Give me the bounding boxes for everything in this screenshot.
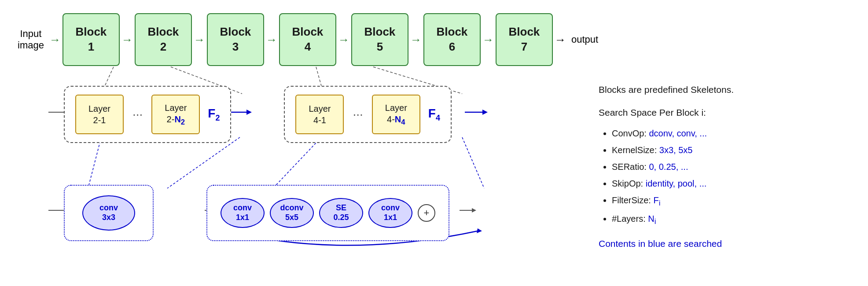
kernelsize-label: KernelSize: — [612, 145, 657, 155]
arrow-1: → — [121, 34, 133, 45]
list-item-kernelsize: KernelSize: 3x3, 5x5 — [612, 142, 854, 158]
middle-section: Layer 2-1 ··· Layer 2-N2 F2 Layer 4-1 ··… — [42, 86, 452, 143]
dots-left: ··· — [132, 107, 143, 121]
block-1: Block 1 — [63, 13, 120, 66]
svg-marker-19 — [482, 110, 488, 115]
nlayers-value: Ni — [648, 214, 656, 224]
block-4: Block 4 — [279, 13, 336, 66]
convop-label: ConvOp: — [612, 128, 647, 138]
block-2: Block 2 — [135, 13, 192, 66]
arrow-2: → — [194, 34, 205, 45]
block-6: Block 6 — [423, 13, 481, 66]
expansion-right: Layer 4-1 ··· Layer 4-N4 F4 — [284, 86, 451, 143]
nlayers-label: #Layers: — [612, 214, 646, 224]
layer-2-1: Layer 2-1 — [75, 95, 124, 134]
skipop-value: identity, pool, ... — [646, 179, 707, 188]
filtersize-value: Fi — [653, 195, 660, 205]
conv-3x3-node: conv 3x3 — [82, 195, 135, 231]
top-row: Input image → Block 1 → Block 2 → Block … — [18, 13, 598, 66]
convop-value: dconv, conv, ... — [649, 128, 707, 138]
svg-line-21 — [167, 137, 240, 188]
arrow-6: → — [482, 34, 494, 45]
input-label: Input image — [18, 28, 44, 51]
arrow-5: → — [410, 34, 422, 45]
block-7: Block 7 — [496, 13, 553, 66]
skipop-label: SkipOp: — [612, 179, 643, 188]
list-item-nlayers: #Layers: Ni — [612, 211, 854, 228]
dconv-5x5-node: dconv 5x5 — [270, 198, 314, 228]
conv-1x1-node-1: conv 1x1 — [221, 198, 265, 228]
bottom-right-box: conv 1x1 dconv 5x5 SE 0.25 conv 1x1 + — [206, 185, 449, 241]
layer-4-n4: Layer 4-N4 — [372, 95, 420, 134]
conv-1x1-node-2: conv 1x1 — [368, 198, 412, 228]
svg-marker-38 — [477, 228, 482, 233]
svg-line-20 — [88, 137, 101, 188]
svg-line-22 — [273, 137, 321, 188]
list-item-filtersize: FilterSize: Fi — [612, 192, 854, 210]
se-025-node: SE 0.25 — [319, 198, 363, 228]
blocks-title: Blocks are predefined Skeletons. — [599, 81, 854, 98]
right-panel: Blocks are predefined Skeletons. Search … — [599, 81, 854, 252]
output-label: output — [571, 34, 598, 45]
list-item-skipop: SkipOp: identity, pool, ... — [612, 176, 854, 191]
kernelsize-value: 3x3, 5x5 — [659, 145, 693, 155]
filtersize-label: FilterSize: — [612, 195, 651, 205]
list-item-convop: ConvOp: dconv, conv, ... — [612, 125, 854, 141]
seratio-value: 0, 0.25, ... — [649, 162, 688, 172]
bottom-left-box: conv 3x3 — [64, 185, 154, 241]
layer-2-n2: Layer 2-N2 — [151, 95, 200, 134]
search-title: Search Space Per Block i: — [599, 104, 854, 121]
arrow-4: → — [338, 34, 349, 45]
plus-circle: + — [418, 204, 435, 222]
seratio-label: SERatio: — [612, 162, 647, 172]
svg-marker-37 — [472, 208, 476, 213]
block-5: Block 5 — [351, 13, 408, 66]
dots-right: ··· — [353, 107, 363, 121]
arrow-3: → — [266, 34, 277, 45]
f2-label: F2 — [208, 106, 220, 123]
bottom-section: conv 3x3 conv 1x1 dconv 5x5 SE 0.25 conv… — [42, 185, 449, 241]
arrow-0: → — [49, 34, 61, 45]
arrow-out: → — [555, 34, 566, 45]
contents-blue-label: Contents in blue are searched — [599, 235, 854, 252]
search-space-list: ConvOp: dconv, conv, ... KernelSize: 3x3… — [599, 125, 854, 228]
f4-label: F4 — [428, 106, 440, 123]
n4-label: N4 — [395, 114, 405, 124]
layer-4-1: Layer 4-1 — [295, 95, 344, 134]
n2-label: N2 — [174, 114, 185, 124]
block-3: Block 3 — [207, 13, 264, 66]
expansion-left: Layer 2-1 ··· Layer 2-N2 F2 — [64, 86, 231, 143]
list-item-seratio: SERatio: 0, 0.25, ... — [612, 159, 854, 175]
svg-line-23 — [462, 137, 484, 188]
